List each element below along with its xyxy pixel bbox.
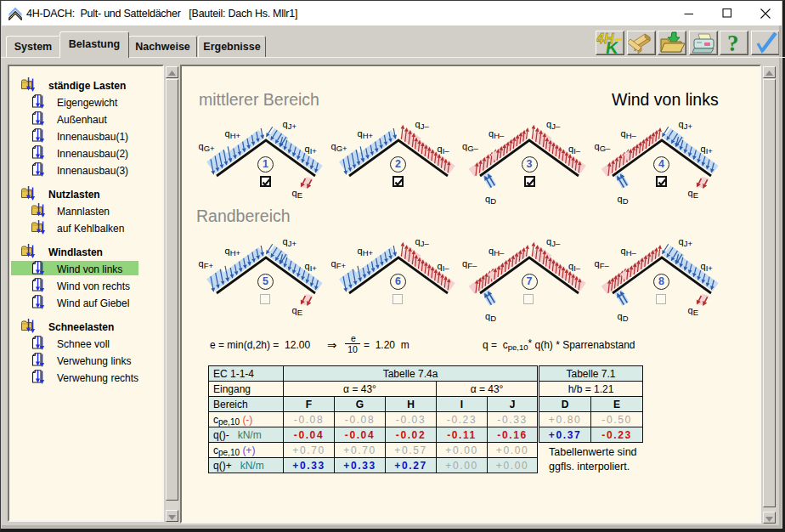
svg-text:?: ? [727, 31, 739, 54]
svg-text:4H: 4H [596, 31, 614, 46]
